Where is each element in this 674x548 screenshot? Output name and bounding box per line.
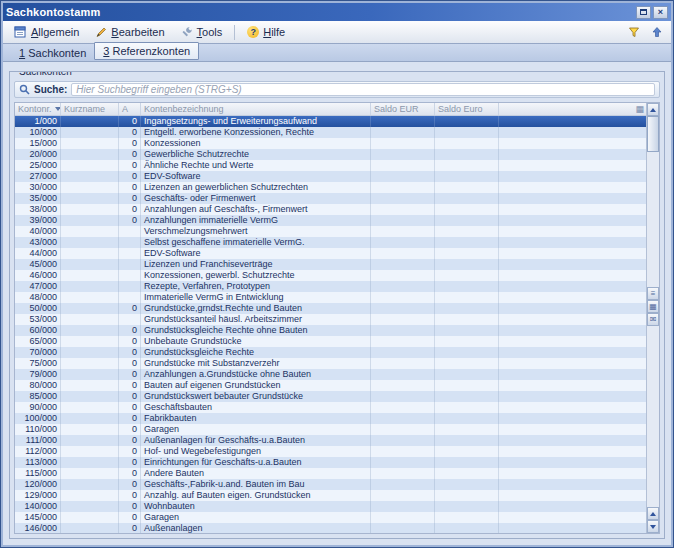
table-row[interactable]: 53/000 Grundstücksanteil häusl. Arbeitsz… bbox=[15, 314, 646, 325]
table-row[interactable]: 38/000 0 Anzahlungen auf Geschäfts-, Fir… bbox=[15, 204, 646, 215]
table-row[interactable]: 80/000 0 Bauten auf eigenen Grundstücken bbox=[15, 380, 646, 391]
table-row[interactable]: 111/000 0 Außenanlagen für Geschäfts-u.a… bbox=[15, 435, 646, 446]
header-kontenbezeichnung[interactable]: Kontenbezeichnung bbox=[141, 103, 371, 115]
cell-kontonr: 100/000 bbox=[15, 413, 61, 424]
cell-a: 0 bbox=[119, 435, 141, 446]
grid-tool-button[interactable]: ▦ bbox=[647, 300, 659, 313]
table-row[interactable]: 46/000 Konzessionen, gewerbl. Schutzrech… bbox=[15, 270, 646, 281]
table-row[interactable]: 1/000 0 Ingangsetzungs- und Erweiterungs… bbox=[15, 116, 646, 127]
filter-button[interactable] bbox=[624, 23, 644, 41]
table-row[interactable]: 48/000 Immaterielle VermG in Entwicklung bbox=[15, 292, 646, 303]
close-button[interactable]: × bbox=[653, 6, 668, 19]
scroll-track-lower[interactable] bbox=[647, 326, 659, 507]
cell-saldo-eur bbox=[371, 215, 435, 226]
tab-referenzkonten[interactable]: 3 Referenzkonten bbox=[94, 42, 199, 60]
table-row[interactable]: 50/000 0 Grundstücke,grndst.Rechte und B… bbox=[15, 303, 646, 314]
cell-kontonr: 115/000 bbox=[15, 468, 61, 479]
table-row[interactable]: 120/000 0 Geschäfts-,Fabrik-u.and. Baute… bbox=[15, 479, 646, 490]
table-row[interactable]: 75/000 0 Grundstücke mit Substanzverzehr bbox=[15, 358, 646, 369]
table-row[interactable]: 15/000 0 Konzessionen bbox=[15, 138, 646, 149]
table-row[interactable]: 47/000 Rezepte, Verfahren, Prototypen bbox=[15, 281, 646, 292]
cell-a: 0 bbox=[119, 336, 141, 347]
table-row[interactable]: 85/000 0 Grundstückswert bebauter Grunds… bbox=[15, 391, 646, 402]
cell-saldo-eur bbox=[371, 270, 435, 281]
table-row[interactable]: 145/000 0 Garagen bbox=[15, 512, 646, 523]
header-saldo-euro[interactable]: Saldo Euro bbox=[435, 103, 499, 115]
header-kontonr[interactable]: Kontonr. bbox=[15, 103, 61, 115]
cell-saldo-eur bbox=[371, 149, 435, 160]
cell-saldo-euro bbox=[435, 149, 499, 160]
table-row[interactable]: 113/000 0 Einrichtungen für Geschäfts-u.… bbox=[15, 457, 646, 468]
cell-saldo-eur bbox=[371, 127, 435, 138]
tab-sachkonten[interactable]: 1 Sachkonten bbox=[11, 45, 94, 61]
scroll-up-button-bottom[interactable] bbox=[647, 507, 659, 520]
table-row[interactable]: 65/000 0 Unbebaute Grundstücke bbox=[15, 336, 646, 347]
cell-kontonr: 140/000 bbox=[15, 501, 61, 512]
table-row[interactable]: 70/000 0 Grundstücksgleiche Rechte bbox=[15, 347, 646, 358]
table-row[interactable]: 30/000 0 Lizenzen an gewerblichen Schutz… bbox=[15, 182, 646, 193]
cell-saldo-euro bbox=[435, 182, 499, 193]
tools-label: Tools bbox=[197, 26, 223, 38]
mail-tool-button[interactable]: ✉ bbox=[647, 313, 659, 326]
table-row[interactable]: 60/000 0 Grundstücksgleiche Rechte ohne … bbox=[15, 325, 646, 336]
table-row[interactable]: 140/000 0 Wohnbauten bbox=[15, 501, 646, 512]
allgemein-button[interactable]: Allgemein bbox=[7, 23, 86, 41]
tools-button[interactable]: Tools bbox=[174, 23, 230, 41]
cell-saldo-euro bbox=[435, 479, 499, 490]
cell-kontonr: 79/000 bbox=[15, 369, 61, 380]
table-row[interactable]: 79/000 0 Anzahlungen a.Grundstücke ohne … bbox=[15, 369, 646, 380]
table-row[interactable]: 44/000 EDV-Software bbox=[15, 248, 646, 259]
cell-saldo-eur bbox=[371, 424, 435, 435]
hilfe-button[interactable]: ? Hilfe bbox=[240, 23, 292, 41]
table-row[interactable]: 25/000 0 Ähnliche Rechte und Werte bbox=[15, 160, 646, 171]
table-row[interactable]: 43/000 Selbst geschaffene immaterielle V… bbox=[15, 237, 646, 248]
table-row[interactable]: 129/000 0 Anzahlg. auf Bauten eigen. Gru… bbox=[15, 490, 646, 501]
cell-bezeichnung: Rezepte, Verfahren, Prototypen bbox=[141, 281, 371, 292]
cell-kurzname bbox=[61, 457, 119, 468]
table-row[interactable]: 40/000 Verschmelzungsmehrwert bbox=[15, 226, 646, 237]
content-area: Sachkonten Suche: Kontonr. Kurzname A bbox=[3, 62, 671, 545]
cell-saldo-euro bbox=[435, 248, 499, 259]
table-row[interactable]: 110/000 0 Garagen bbox=[15, 424, 646, 435]
search-input[interactable] bbox=[71, 83, 655, 96]
cell-kontonr: 120/000 bbox=[15, 479, 61, 490]
cell-bezeichnung: Garagen bbox=[141, 512, 371, 523]
table-row[interactable]: 100/000 0 Fabrikbauten bbox=[15, 413, 646, 424]
table-row[interactable]: 27/000 0 EDV-Software bbox=[15, 171, 646, 182]
restore-button[interactable] bbox=[636, 6, 651, 19]
cell-filler bbox=[499, 347, 646, 358]
navigate-up-button[interactable] bbox=[647, 23, 667, 41]
cell-saldo-eur bbox=[371, 369, 435, 380]
table-row[interactable]: 10/000 0 Entgeltl. erworbene Konzessione… bbox=[15, 127, 646, 138]
table-row[interactable]: 39/000 0 Anzahlungen immaterielle VermG bbox=[15, 215, 646, 226]
table-row[interactable]: 112/000 0 Hof- und Wegebefestigungen bbox=[15, 446, 646, 457]
scroll-thumb[interactable] bbox=[647, 116, 659, 152]
table-row[interactable]: 35/000 0 Geschäfts- oder Firmenwert bbox=[15, 193, 646, 204]
column-chooser-icon[interactable]: ▦ bbox=[635, 105, 644, 114]
cell-kurzname bbox=[61, 435, 119, 446]
header-kurzname[interactable]: Kurzname bbox=[61, 103, 119, 115]
mail-icon: ✉ bbox=[650, 316, 657, 324]
header-a[interactable]: A bbox=[119, 103, 141, 115]
table-row[interactable]: 146/000 0 Außenanlagen bbox=[15, 523, 646, 533]
cell-kurzname bbox=[61, 237, 119, 248]
table-row[interactable]: 90/000 0 Geschäftsbauten bbox=[15, 402, 646, 413]
cell-kontonr: 53/000 bbox=[15, 314, 61, 325]
scroll-track[interactable] bbox=[647, 152, 659, 287]
menu-tool-button[interactable]: ≡ bbox=[647, 287, 659, 300]
scroll-down-button[interactable] bbox=[647, 520, 659, 533]
cell-bezeichnung: Außenanlagen bbox=[141, 523, 371, 533]
table-row[interactable]: 115/000 0 Andere Bauten bbox=[15, 468, 646, 479]
bearbeiten-button[interactable]: Bearbeiten bbox=[88, 23, 171, 41]
table-row[interactable]: 20/000 0 Gewerbliche Schutzrechte bbox=[15, 149, 646, 160]
cell-filler bbox=[499, 171, 646, 182]
scroll-up-button[interactable] bbox=[647, 103, 659, 116]
vertical-scrollbar[interactable]: ≡ ▦ ✉ bbox=[646, 103, 659, 533]
cell-a: 0 bbox=[119, 358, 141, 369]
table-row[interactable]: 45/000 Lizenzen und Franchiseverträge bbox=[15, 259, 646, 270]
cell-kontonr: 48/000 bbox=[15, 292, 61, 303]
cell-filler bbox=[499, 160, 646, 171]
cell-kurzname bbox=[61, 171, 119, 182]
cell-kontonr: 90/000 bbox=[15, 402, 61, 413]
header-saldo-eur[interactable]: Saldo EUR bbox=[371, 103, 435, 115]
